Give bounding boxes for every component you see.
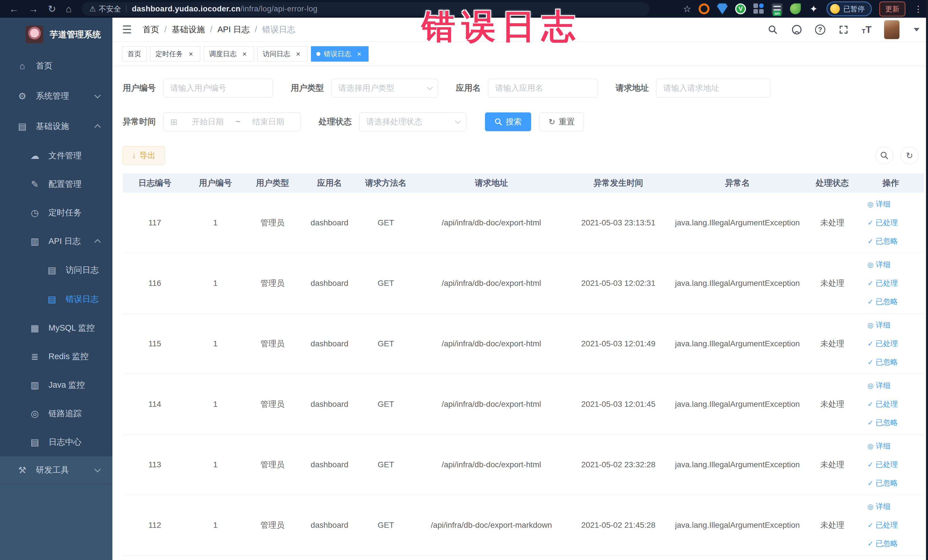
action-ignored-link[interactable]: ✓已忽略 [867,539,898,549]
sidebar-item-error-log[interactable]: ▤错误日志 [0,285,112,314]
sidebar-item-scheduled-tasks[interactable]: ◷定时任务 [0,198,112,227]
process-status-select[interactable]: 请选择处理状态 [359,112,466,131]
app-logo-row[interactable]: 芋道管理系统 [0,18,112,51]
table-cell: 2021-05-03 12:01:49 [569,314,667,374]
app-name-input[interactable] [488,79,598,98]
action-processed-link[interactable]: ✓已处理 [867,399,898,409]
bookmark-star-icon[interactable]: ☆ [683,3,691,14]
extension-shield-icon[interactable] [717,3,728,14]
app-name-input-field[interactable] [495,84,591,93]
sidebar-item-redis-monitor[interactable]: ≣Redis 监控 [0,342,112,371]
sidebar-item-home[interactable]: ⌂首页 [0,51,112,81]
user-menu-caret-icon[interactable] [914,28,919,31]
breadcrumb-item[interactable]: 首页 [143,24,159,35]
extension-on-badge-icon[interactable]: on [772,3,783,14]
sidebar-item-label: MySQL 监控 [49,322,95,334]
tag-chip-3[interactable]: 访问日志× [257,46,308,62]
sidebar-item-system-management[interactable]: ⚙系统管理 [0,81,112,111]
extension-orange-icon[interactable] [699,3,710,14]
sidebar-item-trace[interactable]: ◎链路追踪 [0,400,112,428]
browser-update-button[interactable]: 更新 [879,2,905,17]
tag-chip-1[interactable]: 定时任务× [150,46,200,62]
font-size-icon[interactable]: TT [862,24,872,35]
close-icon[interactable]: × [241,50,249,58]
sidebar-item-file-management[interactable]: ☁文件管理 [0,142,112,170]
sidebar-item-config-management[interactable]: ✎配置管理 [0,170,112,198]
table-cell: java.lang.IllegalArgumentException [667,495,807,555]
action-ignored-link[interactable]: ✓已忽略 [867,418,898,428]
tag-label: 访问日志 [263,49,290,58]
start-date-placeholder[interactable]: 开始日期 [182,116,234,127]
action-processed-link[interactable]: ✓已处理 [867,339,898,349]
sidebar-item-java-monitor[interactable]: ▥Java 监控 [0,371,112,400]
sidebar-item-mysql-monitor[interactable]: ▦MySQL 监控 [0,314,112,342]
toggle-search-button[interactable] [876,146,893,164]
sidebar-item-access-log[interactable]: ▤访问日志 [0,256,112,285]
action-detail-link[interactable]: ◎详细 [867,199,891,209]
action-detail-link[interactable]: ◎详细 [867,320,891,330]
browser-menu-icon[interactable]: ⋮ [914,4,923,14]
table-cell: 113 [123,435,187,495]
close-icon[interactable]: × [294,50,302,58]
user-avatar[interactable] [884,20,899,39]
sidebar-item-infrastructure[interactable]: ▤基础设施 [0,111,112,142]
extension-grid-icon[interactable] [753,3,764,14]
reset-button[interactable]: ↻ 重置 [539,112,584,131]
extensions-puzzle-icon[interactable]: ✦ [808,3,819,14]
tag-chip-4[interactable]: 错误日志× [311,46,369,62]
back-icon[interactable]: ← [9,4,19,14]
user-id-input[interactable] [163,79,273,98]
sidebar: 芋道管理系统 ⌂首页⚙系统管理▤基础设施☁文件管理✎配置管理◷定时任务▥API … [0,18,112,560]
help-icon[interactable]: ? [815,24,825,35]
action-label: 已处理 [876,278,898,288]
breadcrumb-item[interactable]: API 日志 [217,24,250,35]
chevron-up-icon [95,124,101,131]
action-detail-link[interactable]: ◎详细 [867,502,891,511]
refresh-button[interactable]: ↻ [901,146,918,164]
system-management-icon: ⚙ [16,91,29,102]
action-detail-link[interactable]: ◎详细 [867,259,891,270]
action-ignored-link[interactable]: ✓已忽略 [867,357,898,367]
action-detail-link[interactable]: ◎详细 [867,441,891,451]
user-type-select[interactable]: 请选择用户类型 [331,79,438,98]
export-button[interactable]: ↓ 导出 [123,146,165,165]
request-url-input[interactable] [656,79,770,98]
search-button[interactable]: 搜索 [485,112,531,131]
action-processed-link[interactable]: ✓已处理 [867,459,898,470]
fullscreen-icon[interactable] [838,24,849,35]
action-ignored-link[interactable]: ✓已忽略 [867,236,898,246]
extension-v-icon[interactable]: V [735,3,746,14]
on-badge: on [773,11,781,16]
sidebar-item-dev-tools[interactable]: ⚒研发工具 [0,456,112,484]
hamburger-icon[interactable]: ☰ [122,23,132,36]
close-icon[interactable]: × [355,50,363,58]
action-ignored-link[interactable]: ✓已忽略 [867,297,898,307]
search-icon[interactable] [767,24,778,35]
action-label: 已忽略 [876,357,898,367]
action-detail-link[interactable]: ◎详细 [867,381,891,391]
close-icon[interactable]: × [187,50,195,58]
infrastructure-icon: ▤ [16,121,29,132]
paused-profile-pill[interactable]: 已暂停 [826,2,872,16]
extension-leaf-icon[interactable] [790,3,801,14]
action-processed-link[interactable]: ✓已处理 [867,520,898,530]
action-processed-link[interactable]: ✓已处理 [867,218,898,227]
forward-icon[interactable]: → [29,4,38,14]
sidebar-item-api-log[interactable]: ▥API 日志 [0,227,112,256]
address-separator [126,5,127,12]
github-icon[interactable] [791,24,803,35]
tag-chip-2[interactable]: 调度日志× [204,46,254,62]
breadcrumb-item[interactable]: 基础设施 [172,24,205,35]
chevron-up-icon [95,239,101,246]
sidebar-item-log-center[interactable]: ▤日志中心 [0,428,112,456]
home-icon[interactable]: ⌂ [66,4,72,14]
reload-icon[interactable]: ↻ [48,4,56,14]
user-id-input-field[interactable] [170,84,266,93]
tag-chip-home[interactable]: 首页× [122,46,147,62]
action-processed-link[interactable]: ✓已处理 [867,278,898,288]
action-ignored-link[interactable]: ✓已忽略 [867,478,898,488]
request-url-input-field[interactable] [663,84,763,93]
page-url: dashboard.yudao.iocoder.cn/infra/log/api… [132,5,317,14]
exception-time-range-picker[interactable]: ⊞ 开始日期 ~ 结束日期 [163,112,301,131]
end-date-placeholder[interactable]: 结束日期 [243,116,294,127]
